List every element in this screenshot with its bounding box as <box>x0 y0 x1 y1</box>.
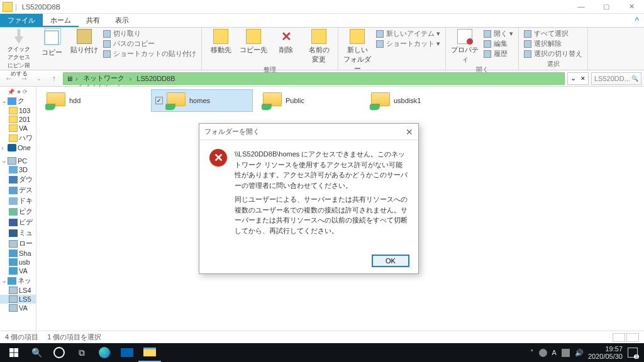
icons-view-button[interactable] <box>626 333 639 342</box>
tree-label: VA <box>19 267 28 275</box>
new-shortcut-button[interactable]: ショートカット ▾ <box>376 39 440 48</box>
tree-item[interactable]: ロー <box>0 238 36 249</box>
tree-icon <box>9 229 18 237</box>
onedrive-tray-icon[interactable] <box>539 349 547 357</box>
status-bar: 4 個の項目 1 個の項目を選択 <box>0 331 644 343</box>
folder-item[interactable]: usbdisk1 <box>367 89 469 112</box>
tab-view[interactable]: 表示 <box>108 14 136 27</box>
rename-button[interactable]: 名前の 変更 <box>305 29 333 64</box>
search-input[interactable]: LS520DD... 🔍 <box>591 72 641 85</box>
tree-item[interactable]: ビデ <box>0 217 36 228</box>
breadcrumb[interactable]: LS520DD8B <box>134 75 177 82</box>
maximize-button[interactable]: ▢ <box>596 3 616 11</box>
tree-item[interactable]: VA <box>0 266 36 275</box>
error-dialog: フォルダーを開く ✕ ✕ \\LS520DD8B\homes にアクセスできませ… <box>199 123 419 274</box>
delete-button[interactable]: ✕削除 <box>272 29 300 55</box>
ok-button[interactable]: OK <box>372 255 409 267</box>
tree-item[interactable]: LS4 <box>0 286 36 295</box>
tree-item[interactable]: ドキ <box>0 195 36 206</box>
paste-button[interactable]: 貼り付け <box>70 29 98 55</box>
select-none-button[interactable]: 選択解除 <box>524 39 582 48</box>
tree-item[interactable]: ⌄ネッ <box>0 275 36 286</box>
open-button[interactable]: 開く ▾ <box>484 29 513 38</box>
new-item-button[interactable]: 新しいアイテム ▾ <box>376 29 440 38</box>
tree-item[interactable]: ピク <box>0 206 36 217</box>
tree-item[interactable]: ハワ <box>0 133 36 143</box>
folder-item[interactable]: Public <box>259 89 361 112</box>
copy-button[interactable]: コピー <box>38 29 65 57</box>
forward-button[interactable]: → <box>18 74 30 83</box>
breadcrumb[interactable]: ネットワーク <box>80 74 127 83</box>
item-count: 4 個の項目 <box>5 332 38 342</box>
mail-taskbar[interactable] <box>116 343 138 362</box>
folder-label: usbdisk1 <box>394 97 421 104</box>
tree-item[interactable]: ›One <box>0 143 36 152</box>
invert-selection-button[interactable]: 選択の切り替え <box>524 49 582 58</box>
tree-item[interactable]: usb <box>0 258 36 266</box>
address-dropdown[interactable]: ⌄ <box>570 74 576 82</box>
tree-item[interactable]: ⌄ク <box>0 96 36 106</box>
close-button[interactable]: ✕ <box>621 3 641 11</box>
tree-label: ダウ <box>19 175 33 184</box>
tree-icon <box>8 144 16 151</box>
tree-item[interactable]: VA <box>0 304 36 312</box>
tray-chevron[interactable]: ˄ <box>530 349 534 357</box>
tab-share[interactable]: 共有 <box>79 14 108 27</box>
dialog-close-button[interactable]: ✕ <box>406 127 413 137</box>
tree-icon <box>8 157 16 165</box>
select-all-button[interactable]: すべて選択 <box>524 29 582 38</box>
search-button[interactable]: 🔍 <box>25 343 48 362</box>
explorer-taskbar[interactable] <box>138 343 161 362</box>
folder-item[interactable]: ✓homes <box>151 89 253 112</box>
history-dropdown[interactable]: ⌄ <box>33 75 45 82</box>
move-to-button[interactable]: 移動先 <box>207 29 235 55</box>
qat-sep: | <box>15 3 17 11</box>
address-close[interactable]: ✕ <box>580 75 586 82</box>
tree-icon <box>9 107 18 114</box>
clock[interactable]: 19:57 2020/05/30 <box>588 345 623 360</box>
edit-button[interactable]: 編集 <box>484 39 513 48</box>
tab-file[interactable]: ファイル <box>0 14 43 27</box>
new-folder-button[interactable]: 新しい フォルダー <box>343 29 371 74</box>
chec-icon[interactable]: ✓ <box>155 97 163 104</box>
details-view-button[interactable] <box>613 333 625 342</box>
paste-shortcut-button[interactable]: ショートカットの貼り付け <box>103 49 196 58</box>
tree-item[interactable]: LS5 <box>0 295 36 304</box>
tree-item[interactable]: ⌄PC <box>0 156 36 165</box>
folder-item[interactable]: hdd <box>43 89 145 112</box>
copy-to-button[interactable]: コピー先 <box>240 29 267 55</box>
pin-quick-access-button[interactable]: クイック アクセス にピン留めする <box>5 29 33 78</box>
address-field[interactable]: 🖥 › ネットワーク › LS520DD8B <box>63 72 565 85</box>
tree-item[interactable]: デス <box>0 185 36 195</box>
tree-label: usb <box>19 258 30 266</box>
start-button[interactable] <box>3 343 25 362</box>
properties-button[interactable]: プロパティ <box>451 29 479 64</box>
network-tray-icon[interactable] <box>562 349 570 357</box>
history-button[interactable]: 履歴 <box>484 49 513 58</box>
tree-label: 3D <box>19 166 28 173</box>
edge-taskbar[interactable] <box>93 343 116 362</box>
tree-item[interactable]: 103 <box>0 106 36 115</box>
volume-tray-icon[interactable]: 🔊 <box>575 349 583 357</box>
ime-indicator[interactable]: A <box>552 349 557 356</box>
back-button[interactable]: ← <box>3 74 15 83</box>
tree-label: ドキ <box>19 196 33 206</box>
tree-item[interactable]: ミュ <box>0 228 36 238</box>
tree-item[interactable]: ダウ <box>0 174 36 185</box>
tree-icon <box>8 277 16 285</box>
ribbon-collapse[interactable]: ^ <box>630 14 644 27</box>
tree-item[interactable]: VA <box>0 124 36 133</box>
tree-item[interactable]: Sha <box>0 249 36 258</box>
up-button[interactable]: ↑ <box>48 74 60 83</box>
tree-item[interactable]: 3D <box>0 165 36 174</box>
minimize-button[interactable]: — <box>571 3 591 11</box>
tree-label: ク <box>18 96 25 106</box>
cut-button[interactable]: 切り取り <box>103 29 196 38</box>
tree-item[interactable]: 201 <box>0 115 36 124</box>
notification-center[interactable] <box>628 348 638 358</box>
navigation-tree[interactable]: 📌 ★ ⟳⌄ク103201VAハワ›One⌄PC3Dダウデスドキピクビデミュロー… <box>0 87 36 334</box>
tab-home[interactable]: ホーム <box>43 14 79 27</box>
copy-path-button[interactable]: パスのコピー <box>103 39 196 48</box>
cortana-button[interactable] <box>48 343 70 362</box>
task-view-button[interactable]: ⧉ <box>70 343 93 362</box>
